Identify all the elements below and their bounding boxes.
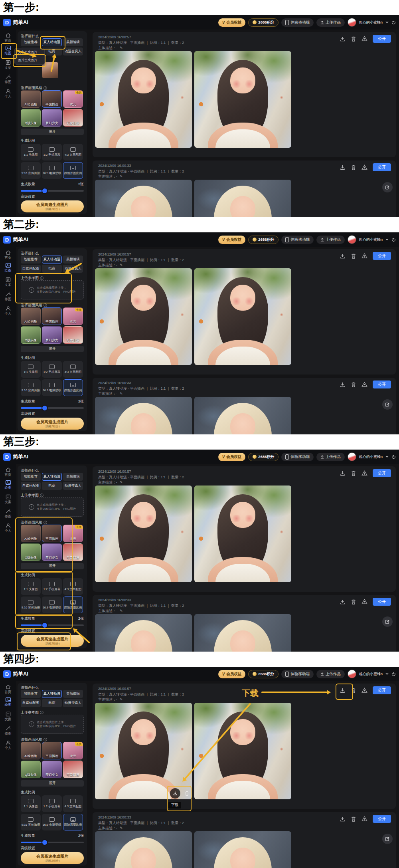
avatar[interactable] [348, 670, 356, 678]
report-warning-icon[interactable] [361, 688, 367, 693]
image-hover-download-button[interactable] [170, 788, 180, 799]
ratio-follow-original[interactable]: 跟随原图比例 [63, 597, 83, 613]
tab-media-illustration[interactable]: 自媒体配图 [21, 482, 41, 490]
tab-photo-to-anime[interactable]: 真人转动漫 [42, 256, 62, 264]
member-benefits-button[interactable]: V 会员权益 [218, 18, 246, 27]
publish-button[interactable]: 公开 [373, 35, 391, 43]
upload-dropzone[interactable]: ↑ 点击或拖拽图片上传， 支持20M以内JPG、PNG图片 [21, 280, 84, 299]
credits-button[interactable]: 2686积分 [248, 670, 279, 678]
ratio-follow-original[interactable]: 跟随原图比例 [63, 162, 83, 179]
generated-image-4[interactable] [194, 831, 291, 868]
member-benefits-button[interactable]: V 会员权益 [218, 670, 246, 678]
ratio-16-9[interactable]: 16:9 电脑壁纸 [42, 379, 62, 396]
sidebar-item-profile[interactable]: 个人 [0, 740, 16, 751]
generated-image-1[interactable] [95, 268, 192, 365]
ratio-9-16[interactable]: 9:16 宣传海报 [21, 379, 41, 396]
style-q-avatar[interactable]: Q版头像 [21, 761, 41, 778]
sidebar-item-retouch[interactable]: 修图 [0, 291, 16, 302]
upload-dropzone[interactable]: ↑ 点击或拖拽图片上传， 支持20M以内JPG、PNG图片 [21, 497, 84, 517]
ratio-1-1[interactable]: 1:1 头像图 [21, 361, 41, 378]
chevron-down-icon[interactable] [385, 238, 389, 241]
style-ai-face[interactable]: AI绘画脸 [21, 307, 41, 325]
tab-anime-to-real[interactable]: 动漫变真人 [63, 265, 83, 273]
generated-image-4[interactable] [194, 397, 291, 434]
style-cute-anime[interactable]: 可爱日漫 [63, 109, 83, 127]
count-slider[interactable] [21, 840, 84, 845]
tab-beauty-edit[interactable]: 美颜编辑 [63, 256, 83, 264]
tab-ecommerce[interactable]: 电商 [42, 265, 62, 273]
generate-button[interactable]: 会员高速生成图片 （消耗2积分） [21, 635, 84, 647]
try-mobile-button[interactable]: 体验移动端 [281, 236, 314, 244]
publish-button[interactable]: 公开 [373, 163, 391, 171]
sidebar-item-profile[interactable]: 个人 [0, 306, 16, 316]
chevron-down-icon[interactable] [385, 673, 389, 675]
generated-image-1[interactable] [95, 703, 192, 799]
ratio-1-1[interactable]: 1:1 头像图 [21, 578, 41, 595]
sidebar-item-home[interactable]: 首页 [0, 467, 16, 478]
ratio-4-3[interactable]: 4:3 文章配图 [63, 144, 83, 161]
avatar[interactable] [348, 452, 356, 461]
upload-works-button[interactable]: 上传作品 [316, 453, 345, 461]
ratio-1-2[interactable]: 1:2 手机屏幕 [42, 795, 62, 812]
ratio-9-16[interactable]: 9:16 宣传海报 [21, 814, 41, 830]
credits-button[interactable]: 2686积分 [248, 18, 279, 27]
edit-pencil-icon[interactable]: ✎ [120, 392, 123, 396]
slider-knob[interactable] [42, 406, 47, 410]
generated-image-1[interactable] [95, 51, 192, 148]
publish-button[interactable]: 公开 [373, 815, 391, 823]
power-icon[interactable] [391, 20, 396, 25]
generated-image-3[interactable] [95, 831, 192, 868]
slider-knob[interactable] [42, 623, 47, 628]
download-icon[interactable] [340, 688, 346, 694]
style-flat-illustration[interactable]: 平面插画 [42, 90, 62, 108]
generated-image-1[interactable] [95, 486, 192, 582]
style-q-avatar[interactable]: Q版头像 [21, 543, 41, 561]
member-benefits-button[interactable]: V 会员权益 [218, 453, 246, 461]
edit-pencil-icon[interactable]: ✎ [120, 826, 123, 830]
chevron-down-icon[interactable] [385, 456, 389, 458]
edit-pencil-icon[interactable]: ✎ [120, 174, 123, 178]
style-cute-anime[interactable]: 可爱日漫 [63, 326, 83, 344]
try-mobile-button[interactable]: 体验移动端 [281, 670, 314, 678]
tab-ecommerce[interactable]: 电商 [42, 48, 62, 55]
tab-photo-to-anime[interactable]: 真人转动漫 [42, 690, 62, 698]
tab-ecommerce[interactable]: 电商 [42, 699, 62, 707]
sidebar-item-draw[interactable]: 绘图 [0, 46, 16, 56]
menu-item-image-to-image[interactable]: 图片生成图片 [15, 56, 44, 64]
ratio-16-9[interactable]: 16:9 电脑壁纸 [42, 814, 62, 830]
style-cute-anime[interactable]: 可爱日漫 [63, 761, 83, 778]
power-icon[interactable] [391, 238, 396, 242]
slider-knob[interactable] [42, 188, 47, 193]
app-logo-icon[interactable]: D [3, 236, 11, 244]
tab-anime-to-real[interactable]: 动漫变真人 [63, 699, 83, 707]
style-dimension[interactable]: 会员 次元 [63, 307, 83, 325]
download-icon[interactable] [340, 164, 346, 170]
tab-smart-recommend[interactable]: 智能推荐 [21, 473, 41, 481]
ratio-follow-original[interactable]: 跟随原图比例 [63, 379, 83, 396]
report-warning-icon[interactable] [361, 382, 367, 387]
ratio-follow-original[interactable]: 跟随原图比例 [63, 814, 83, 830]
generate-button[interactable]: 会员高速生成图片 （消耗2积分） [21, 852, 84, 864]
advanced-settings[interactable]: 高级设置 [21, 628, 35, 634]
tab-media-illustration[interactable]: 自媒体配图 [21, 699, 41, 707]
download-icon[interactable] [340, 599, 346, 605]
delete-icon[interactable] [351, 382, 356, 388]
sidebar-item-retouch[interactable]: 修图 [0, 726, 16, 736]
publish-button[interactable]: 公开 [373, 252, 391, 260]
delete-icon[interactable] [351, 164, 356, 170]
style-ai-face[interactable]: AI绘画脸 [21, 90, 41, 108]
feedback-button[interactable] [382, 616, 393, 627]
power-icon[interactable] [391, 455, 396, 459]
report-warning-icon[interactable] [361, 253, 367, 259]
sidebar-item-draw[interactable]: 绘图 [0, 480, 16, 490]
report-warning-icon[interactable] [361, 164, 367, 170]
download-icon[interactable] [340, 253, 346, 259]
tab-smart-recommend[interactable]: 智能推荐 [21, 690, 41, 698]
expand-styles-button[interactable]: 展开 [21, 563, 84, 569]
delete-icon[interactable] [351, 253, 356, 259]
generated-image-3[interactable] [95, 180, 192, 217]
try-mobile-button[interactable]: 体验移动端 [281, 18, 314, 27]
tab-beauty-edit[interactable]: 美颜编辑 [63, 38, 83, 46]
credits-button[interactable]: 2686积分 [248, 453, 279, 461]
sidebar-item-copywriting[interactable]: 文案 [0, 277, 16, 287]
